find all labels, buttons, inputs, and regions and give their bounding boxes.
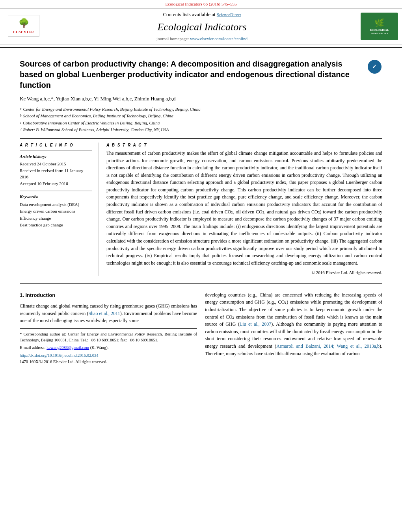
abstract-copyright: © 2016 Elsevier Ltd. All rights reserved…: [106, 270, 382, 276]
col-divider-1: [20, 150, 92, 151]
journal-homepage: journal homepage: www.elsevier.com/locat…: [51, 36, 353, 42]
email-author: (K. Wang).: [90, 345, 109, 350]
article-info-label: A R T I C L E I N F O: [20, 143, 92, 148]
abstract-col: A B S T R A C T The measurement of carbo…: [106, 143, 382, 276]
affiliations-section: a Center for Energy and Environmental Po…: [20, 106, 382, 133]
science-direct-link[interactable]: ScienceDirect: [217, 12, 241, 17]
affiliation-a: a Center for Energy and Environmental Po…: [20, 106, 382, 113]
received-date: Received 24 October 2015: [20, 161, 92, 167]
elsevier-label: ELSEVIER: [13, 30, 34, 35]
journal-reference-bar: Ecological Indicators 66 (2016) 545–555: [0, 0, 402, 8]
shao-ref-link[interactable]: Shao et al., 2011: [88, 311, 120, 316]
homepage-link[interactable]: www.elsevier.com/locate/ecolind: [190, 36, 248, 41]
intro-heading: 1. Introduction: [20, 291, 197, 299]
affil-sup-c: c: [20, 120, 21, 127]
article-title: Sources of carbon productivity change: A…: [20, 59, 361, 91]
crossmark-icon: ✓: [368, 60, 382, 74]
eco-badge-text: ECOLOGICALINDICATORS: [370, 28, 389, 35]
header-center: Contents lists available at ScienceDirec…: [43, 11, 361, 42]
article-history: Article history: Received 24 October 201…: [20, 154, 92, 187]
affil-sup-a: a: [20, 106, 22, 113]
doi-link[interactable]: http://dx.doi.org/10.1016/j.ecolind.2016…: [20, 353, 99, 358]
journal-header: Ecological Indicators 66 (2016) 545–555 …: [0, 0, 402, 48]
header-main: 🌳 ELSEVIER Contents lists available at S…: [0, 8, 402, 44]
keyword-1: Data envelopment analysis (DEA): [20, 201, 92, 208]
divider-2: [20, 283, 382, 284]
intro-left-text: Climate change and global warming caused…: [20, 302, 197, 324]
affil-sup-d: d: [20, 126, 22, 133]
article-info-abstract-section: A R T I C L E I N F O Article history: R…: [20, 143, 382, 276]
page-wrapper: Ecological Indicators 66 (2016) 545–555 …: [0, 0, 402, 369]
authors-text: Ke Wang a,b,c,*, Yujiao Xian a,b,c, Yi-M…: [20, 96, 175, 102]
received-revised-date: Received in revised form 11 January 2016: [20, 167, 92, 180]
homepage-label: journal homepage:: [156, 36, 189, 41]
liu-ref-link[interactable]: Liu et al., 2007: [240, 321, 272, 327]
affiliation-d: d Robert B. Willumstad School of Busines…: [20, 126, 382, 133]
keywords-label: Keywords:: [20, 194, 92, 200]
journal-ref-text: Ecological Indicators 66 (2016) 545–555: [166, 2, 237, 6]
keywords-section: Keywords: Data envelopment analysis (DEA…: [20, 194, 92, 229]
email-link[interactable]: kewang2083@gmail.com: [47, 345, 89, 350]
authors-line: Ke Wang a,b,c,*, Yujiao Xian a,b,c, Yi-M…: [20, 95, 382, 102]
eco-indicator-badge-section: 🌿 ECOLOGICALINDICATORS: [361, 13, 398, 40]
journal-title: Ecological Indicators: [51, 20, 353, 34]
accepted-date: Accepted 10 February 2016: [20, 180, 92, 187]
intro-right-text: developing countries (e.g., China) are c…: [205, 291, 382, 357]
affiliation-b: b School of Management and Economics, Be…: [20, 113, 382, 120]
article-content: Sources of carbon productivity change: A…: [0, 48, 402, 369]
eco-leaf-icon: 🌿: [374, 17, 384, 28]
body-left-col: 1. Introduction Climate change and globa…: [20, 291, 197, 365]
keyword-2: Energy driven carbon emissions: [20, 208, 92, 215]
main-body: 1. Introduction Climate change and globa…: [20, 291, 382, 365]
email-note: E-mail address: kewang2083@gmail.com (K.…: [20, 345, 197, 351]
affil-text-c: Collaborative Innovation Center of Elect…: [23, 120, 160, 127]
footnote-section: * Corresponding author at: Center for En…: [20, 328, 197, 351]
affil-text-a: Center for Energy and Environmental Poli…: [23, 106, 201, 113]
crossmark-section: ✓: [367, 59, 382, 74]
issn-line: 1470-160X/© 2016 Elsevier Ltd. All right…: [20, 359, 197, 365]
article-info-col: A R T I C L E I N F O Article history: R…: [20, 143, 99, 276]
elsevier-logo-section: 🌳 ELSEVIER: [4, 15, 43, 38]
col-divider-2: [20, 191, 92, 191]
body-right-col: developing countries (e.g., China) are c…: [205, 291, 382, 365]
contents-label: Contents lists available at: [163, 11, 215, 17]
affil-text-d: Robert B. Willumstad School of Business,…: [23, 126, 169, 133]
elsevier-tree-icon: 🌳: [19, 17, 29, 30]
abstract-label: A B S T R A C T: [106, 143, 382, 148]
corresponding-author-note: * Corresponding author at: Center for En…: [20, 331, 197, 344]
affil-sup-b: b: [20, 113, 22, 120]
affiliation-c: c Collaborative Innovation Center of Ele…: [20, 120, 382, 127]
article-title-text: Sources of carbon productivity change: A…: [20, 59, 361, 91]
doi-section: http://dx.doi.org/10.1016/j.ecolind.2016…: [20, 352, 197, 359]
article-history-label: Article history:: [20, 154, 92, 159]
elsevier-logo: 🌳 ELSEVIER: [8, 15, 39, 37]
keyword-3: Efficiency change: [20, 215, 92, 222]
divider-1: [20, 138, 382, 139]
affil-text-b: School of Management and Economics, Beij…: [23, 113, 173, 120]
science-direct-line: Contents lists available at ScienceDirec…: [51, 11, 353, 18]
armaroli-ref-link[interactable]: Armaroli and Balzani, 2014; Wang et al.,…: [276, 343, 380, 349]
keyword-4: Best practice gap change: [20, 222, 92, 229]
article-title-section: Sources of carbon productivity change: A…: [20, 59, 382, 91]
abstract-text: The measurement of carbon productivity m…: [106, 150, 382, 267]
